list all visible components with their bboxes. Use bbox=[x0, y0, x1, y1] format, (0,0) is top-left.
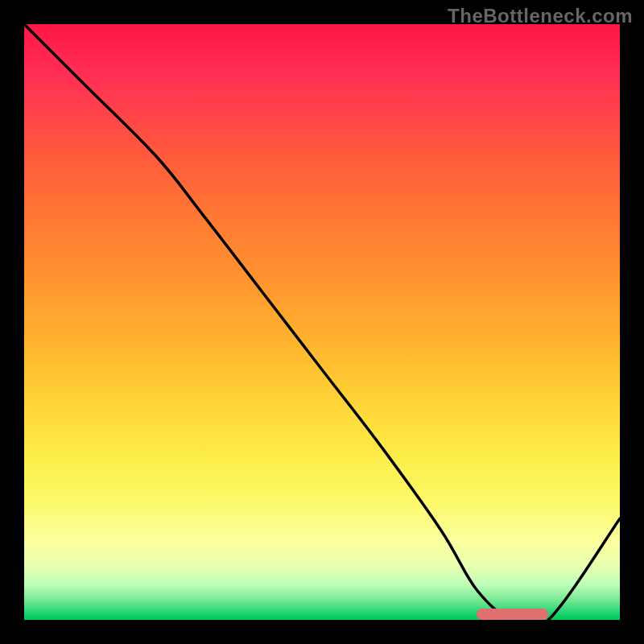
optimal-range-marker bbox=[477, 609, 548, 620]
chart-container: TheBottleneck.com bbox=[0, 0, 644, 644]
bottleneck-curve bbox=[24, 24, 620, 620]
curve-layer bbox=[24, 24, 620, 620]
plot-area bbox=[24, 24, 620, 620]
watermark: TheBottleneck.com bbox=[448, 5, 633, 27]
